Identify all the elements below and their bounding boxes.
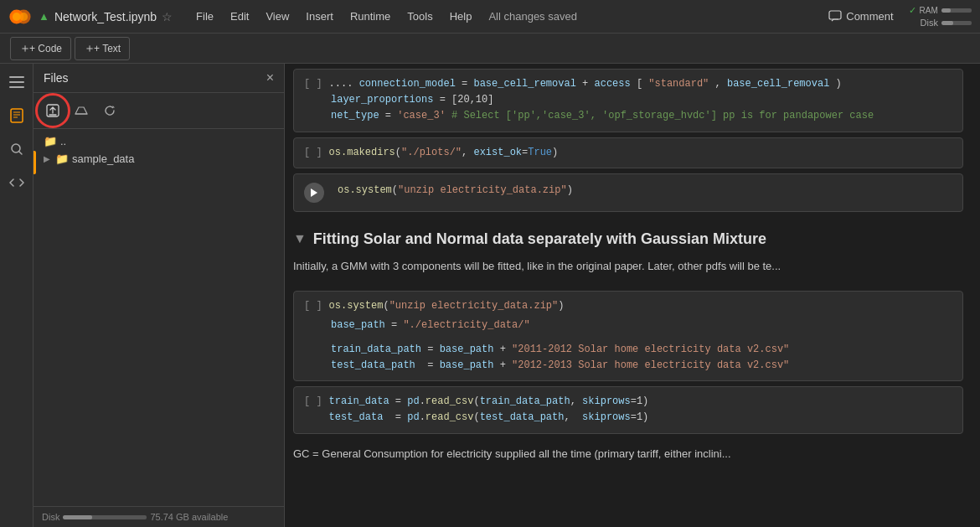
svg-point-2 [13, 13, 21, 21]
upload-file-button[interactable] [40, 98, 65, 123]
tree-item-sample-data[interactable]: ▶ 📁 sample_data [34, 150, 284, 168]
cell-code: .... connection_model = base_cell_remova… [329, 76, 952, 92]
menu-bar: File Edit View Insert Runtime Tools Help… [189, 7, 577, 26]
menu-view[interactable]: View [259, 7, 296, 26]
add-code-button[interactable]: ＋ + Code [10, 37, 71, 60]
colab-logo [8, 5, 32, 28]
bottom-text: GC = General Consumption for electricity… [285, 439, 980, 473]
disk-bar-top-fill [941, 21, 953, 25]
disk-bar-bottom-fill [63, 515, 92, 519]
menu-edit[interactable]: Edit [224, 7, 255, 26]
tree-item-parent[interactable]: 📁 .. [34, 132, 284, 150]
cell-bracket: [ ] [304, 76, 322, 92]
add-code-label: + Code [29, 43, 62, 54]
main-layout: Files × [0, 64, 980, 527]
search-icon[interactable] [5, 137, 28, 161]
active-panel-indicator [34, 151, 36, 174]
sample-data-label: sample_data [72, 152, 134, 165]
menu-insert[interactable]: Insert [299, 7, 340, 26]
filename-area: ▲ Network_Test.ipynb ☆ [39, 10, 173, 23]
menu-help[interactable]: Help [443, 7, 479, 26]
svg-point-3 [19, 13, 28, 21]
cell-unzip-big: [ ] os.system("unzip electricity_data.zi… [293, 291, 963, 382]
section-title: Fitting Solar and Normal data separately… [313, 230, 766, 248]
close-files-button[interactable]: × [266, 70, 274, 85]
cell-bracket-2: [ ] [304, 145, 322, 161]
menu-runtime[interactable]: Runtime [343, 7, 397, 26]
left-icon-bar [0, 64, 34, 527]
cell-unzip-run: os.system("unzip electricity_data.zip") [293, 173, 963, 212]
comment-button[interactable]: Comment [822, 7, 900, 27]
cell-makedirs: [ ] os.makedirs("./plots/", exist_ok=Tru… [293, 137, 963, 168]
play-icon [310, 188, 318, 198]
comment-icon [828, 10, 842, 23]
upload-icon [45, 103, 60, 118]
refresh-icon [103, 104, 116, 117]
cell-truncated: [ ] .... connection_model = base_cell_re… [293, 69, 963, 132]
ram-label: RAM [920, 6, 938, 15]
svg-rect-8 [11, 109, 23, 122]
add-text-button[interactable]: ＋ + Text [75, 37, 130, 60]
svg-rect-6 [9, 81, 24, 83]
topbar: ▲ Network_Test.ipynb ☆ File Edit View In… [0, 0, 980, 34]
section-description: Initially, a GMM with 3 components will … [285, 255, 980, 286]
refresh-files-button[interactable] [97, 98, 122, 123]
menu-file[interactable]: File [189, 7, 220, 26]
files-actions [34, 93, 284, 129]
cell-read-csv: [ ] train_data = pd.read_csv(train_data_… [293, 386, 963, 433]
section-heading: ▼ Fitting Solar and Normal data separate… [285, 217, 980, 255]
ram-bar-fill [941, 8, 951, 13]
notebook-filename[interactable]: Network_Test.ipynb [54, 10, 157, 23]
cell-code-unzip: os.system("unzip electricity_data.zip") [338, 183, 573, 199]
topbar-right: Comment ✓ RAM Disk [822, 5, 972, 28]
code-cell-truncated[interactable]: [ ] .... connection_model = base_cell_re… [293, 69, 963, 132]
sidebar-toggle-icon[interactable] [5, 70, 28, 94]
connect-drive-button[interactable] [69, 98, 94, 123]
cell-code-makedirs: os.makedirs("./plots/", exist_ok=True) [329, 145, 559, 161]
tree-chevron-icon: ▶ [44, 154, 50, 163]
all-changes-saved[interactable]: All changes saved [488, 10, 577, 23]
tree-item-label: .. [60, 135, 66, 147]
cell-bracket-4: [ ] [304, 394, 322, 410]
folder-icon: 📁 [44, 135, 57, 147]
files-tree: 📁 .. ▶ 📁 sample_data [34, 129, 284, 506]
disk-available-text: 75.74 GB available [150, 512, 228, 522]
code-icon[interactable] [5, 171, 28, 194]
cell-bracket-3: [ ] [304, 298, 322, 314]
code-cell-unzip-big[interactable]: [ ] os.system("unzip electricity_data.zi… [293, 291, 963, 382]
files-bottom: Disk 75.74 GB available [34, 506, 284, 527]
disk-label: Disk [921, 18, 938, 28]
cell-code-unzip-big: os.system("unzip electricity_data.zip") [329, 298, 565, 314]
svg-rect-7 [9, 86, 24, 88]
cell-code-read-csv: train_data = pd.read_csv(train_data_path… [329, 394, 649, 426]
ram-disk-widget: ✓ RAM Disk [909, 5, 972, 28]
add-text-label: + Text [94, 43, 121, 54]
ram-bar [941, 8, 972, 13]
svg-rect-5 [9, 76, 24, 78]
code-area[interactable]: [ ] .... connection_model = base_cell_re… [285, 64, 980, 527]
files-title: Files [44, 71, 69, 85]
disk-label-bottom: Disk [42, 512, 59, 522]
notebook-toolbar: ＋ + Code ＋ + Text [0, 34, 980, 64]
drive-icon: ▲ [39, 10, 49, 23]
run-cell-button[interactable] [304, 183, 324, 203]
code-cell-read-csv[interactable]: [ ] train_data = pd.read_csv(train_data_… [293, 386, 963, 433]
folder-icon-2: 📁 [55, 152, 69, 165]
files-header: Files × [34, 64, 284, 93]
svg-rect-4 [829, 11, 841, 19]
disk-bar-bottom [63, 515, 147, 519]
checkmark-icon: ✓ [909, 5, 916, 16]
section-arrow-icon[interactable]: ▼ [293, 231, 307, 246]
code-cell-unzip-run[interactable]: os.system("unzip electricity_data.zip") [293, 173, 963, 212]
star-icon[interactable]: ☆ [162, 10, 173, 23]
menu-tools[interactable]: Tools [400, 7, 439, 26]
code-cell-makedirs[interactable]: [ ] os.makedirs("./plots/", exist_ok=Tru… [293, 137, 963, 168]
files-icon[interactable] [5, 104, 28, 127]
disk-bar-top [941, 21, 972, 25]
files-panel: Files × [34, 64, 285, 527]
drive-icon [74, 103, 89, 118]
